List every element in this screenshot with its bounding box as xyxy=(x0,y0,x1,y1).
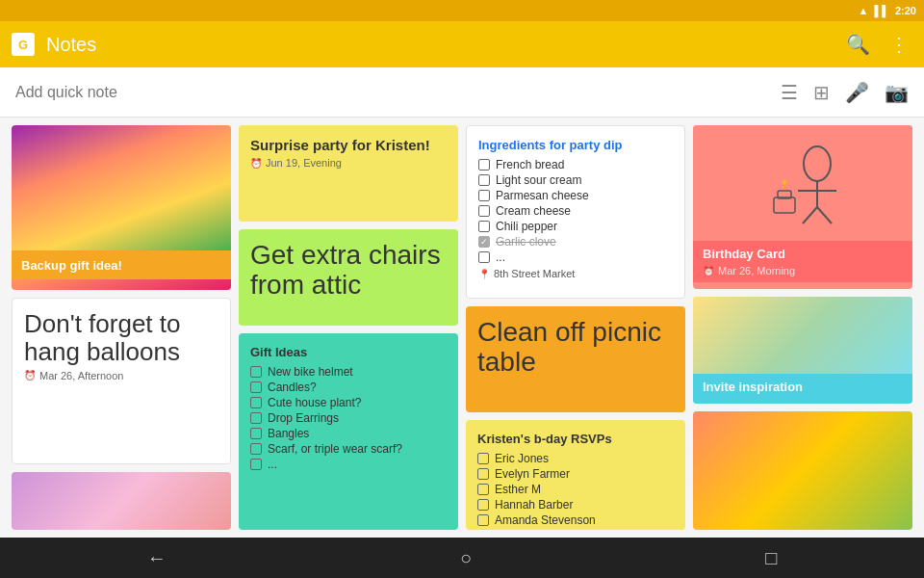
surprise-party-date: Jun 19, Evening xyxy=(250,157,447,169)
note-balloons[interactable]: Don't forget to hang balloons Mar 26, Af… xyxy=(12,298,231,464)
rsvps-title: Kristen's b-day RSVPs xyxy=(477,432,674,446)
list-item: Bangles xyxy=(250,427,447,440)
balloons-text: Don't forget to hang balloons xyxy=(24,310,218,365)
mic-icon[interactable]: 🎤 xyxy=(845,81,869,104)
birthday-card-date: Mar 26, Morning xyxy=(703,265,903,276)
list-item: Cute house plant? xyxy=(250,396,447,409)
list-item: ... xyxy=(478,250,673,264)
recent-apps-button[interactable]: □ xyxy=(765,547,777,569)
list-item: Hannah Barber xyxy=(477,498,674,512)
ingredients-title: Ingredients for party dip xyxy=(478,138,673,152)
notes-column-1: Backup gift idea! Don't forget to hang b… xyxy=(8,125,235,530)
camera-icon[interactable]: 📷 xyxy=(885,81,909,104)
top-bar: G Notes 🔍 ⋮ xyxy=(0,21,924,67)
note-clean-picnic[interactable]: Clean off picnic table xyxy=(466,306,685,412)
signal-icon: ▌▌ xyxy=(874,5,889,16)
ingredients-location: 8th Street Market xyxy=(478,268,673,279)
note-get-chairs[interactable]: Get extra chairs from attic xyxy=(239,229,458,326)
notes-column-2: Surprise party for Kristen! Jun 19, Even… xyxy=(235,125,462,530)
svg-line-4 xyxy=(817,207,832,223)
list-view-icon[interactable]: ☰ xyxy=(781,81,798,104)
app-logo: G xyxy=(12,33,35,56)
notes-grid: Backup gift idea! Don't forget to hang b… xyxy=(0,118,924,538)
list-item: Cream cheese xyxy=(478,204,673,218)
wifi-icon: ▲ xyxy=(858,5,868,16)
note-invite-inspiration[interactable]: Invite inspiration xyxy=(693,297,912,404)
list-item: Light sour cream xyxy=(478,173,673,187)
time: 2:20 xyxy=(895,5,916,16)
rsvps-list: Eric Jones Evelyn Farmer Esther M Hannah… xyxy=(477,452,674,527)
grid-view-icon[interactable]: ⊞ xyxy=(813,81,830,104)
note-gift-ideas[interactable]: Gift Ideas New bike helmet Candles? Cute… xyxy=(239,333,458,530)
more-options-icon[interactable]: ⋮ xyxy=(886,29,912,60)
bottom-nav: ← ○ □ xyxy=(0,538,924,578)
note-rsvps[interactable]: Kristen's b-day RSVPs Eric Jones Evelyn … xyxy=(466,420,685,530)
gift-ideas-title: Gift Ideas xyxy=(250,345,447,359)
invite-inspiration-title: Invite inspiration xyxy=(703,380,903,394)
quick-note-bar: ☰ ⊞ 🎤 📷 xyxy=(0,67,924,118)
surprise-party-title: Surprise party for Kristen! xyxy=(250,137,447,153)
list-item: ... xyxy=(250,458,447,471)
svg-rect-5 xyxy=(774,197,795,213)
note-flowers[interactable]: Backup gift idea! xyxy=(12,125,231,290)
note-surprise-party[interactable]: Surprise party for Kristen! Jun 19, Even… xyxy=(239,125,458,222)
svg-line-3 xyxy=(803,207,817,223)
list-item: French bread xyxy=(478,158,673,171)
flowers-label: Backup gift idea! xyxy=(21,258,122,273)
get-chairs-text: Get extra chairs from attic xyxy=(250,241,447,301)
note-birthday-img-bottom[interactable] xyxy=(12,472,231,530)
list-item: Eric Jones xyxy=(477,452,674,465)
list-item: Drop Earrings xyxy=(250,411,447,425)
gift-ideas-list: New bike helmet Candles? Cute house plan… xyxy=(250,365,447,471)
note-food-photo[interactable] xyxy=(693,411,912,530)
notes-column-3: Ingredients for party dip French bread L… xyxy=(462,125,689,530)
note-birthday-card[interactable]: Birthday Card Mar 26, Morning xyxy=(693,125,912,289)
birthday-card-title: Birthday Card xyxy=(703,247,903,261)
list-item: Candles? xyxy=(250,381,447,394)
list-item: Chili pepper xyxy=(478,220,673,233)
list-item: Evelyn Farmer xyxy=(477,467,674,481)
list-item: Scarf, or triple wear scarf? xyxy=(250,442,447,456)
svg-point-8 xyxy=(783,180,786,184)
list-item: Garlic clove xyxy=(478,235,673,249)
list-item: Amanda Stevenson xyxy=(477,513,674,527)
toolbar-tools: ☰ ⊞ 🎤 📷 xyxy=(781,81,909,104)
birthday-drawing xyxy=(764,135,841,231)
balloons-date: Mar 26, Afternoon xyxy=(24,370,218,381)
back-button[interactable]: ← xyxy=(147,547,167,569)
svg-point-0 xyxy=(804,146,831,181)
list-item: New bike helmet xyxy=(250,365,447,379)
list-item: Parmesan cheese xyxy=(478,189,673,202)
quick-note-input[interactable] xyxy=(15,84,769,101)
status-bar: ▲ ▌▌ 2:20 xyxy=(0,0,924,21)
search-icon[interactable]: 🔍 xyxy=(842,29,874,60)
note-ingredients[interactable]: Ingredients for party dip French bread L… xyxy=(466,125,685,299)
logo-text: G xyxy=(18,38,28,52)
clean-picnic-text: Clean off picnic table xyxy=(477,318,674,378)
notes-column-4: Birthday Card Mar 26, Morning Invite ins… xyxy=(689,125,916,530)
home-button[interactable]: ○ xyxy=(460,547,472,569)
app-title: Notes xyxy=(46,34,831,56)
list-item: Esther M xyxy=(477,483,674,496)
ingredients-list: French bread Light sour cream Parmesan c… xyxy=(478,158,673,264)
